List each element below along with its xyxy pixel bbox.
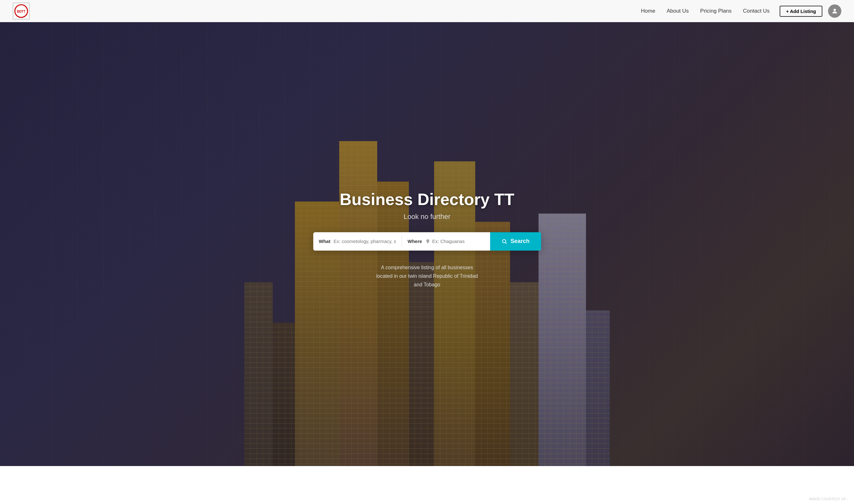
what-label: What: [319, 238, 331, 244]
where-input[interactable]: [432, 238, 485, 244]
nav-contact[interactable]: Contact Us: [743, 8, 769, 14]
where-label: Where: [407, 238, 422, 244]
hero-bottom-white: [0, 466, 854, 504]
logo[interactable]: BDTT: [13, 2, 30, 20]
hero-background: Business Directory TT Look no further Wh…: [0, 0, 854, 504]
nav-home[interactable]: Home: [641, 8, 655, 14]
svg-text:BDTT: BDTT: [17, 10, 25, 13]
svg-point-4: [503, 239, 506, 243]
location-icon: [425, 239, 430, 244]
nav-links: Home About Us Pricing Plans Contact Us: [641, 8, 770, 14]
what-field: What: [313, 232, 401, 251]
hero-title: Business Directory TT: [313, 190, 541, 209]
add-listing-button[interactable]: + Add Listing: [780, 6, 822, 17]
search-button-label: Search: [510, 238, 529, 245]
user-account-button[interactable]: [828, 4, 841, 18]
hero-subtitle: Look no further: [313, 213, 541, 221]
search-bar: What Where Search: [313, 232, 541, 251]
svg-point-2: [833, 9, 836, 11]
what-input[interactable]: [333, 238, 396, 244]
where-field: Where: [402, 232, 490, 251]
search-button[interactable]: Search: [490, 232, 541, 251]
image-courtesy: IMAGE COURTESY OF ›: [809, 497, 848, 501]
navbar: BDTT Home About Us Pricing Plans Contact…: [0, 0, 854, 22]
hero-section: Business Directory TT Look no further Wh…: [0, 0, 854, 504]
search-icon: [502, 238, 507, 244]
hero-description: A comprehensive listing of all businesse…: [313, 263, 541, 289]
nav-about[interactable]: About Us: [667, 8, 689, 14]
nav-pricing[interactable]: Pricing Plans: [700, 8, 731, 14]
hero-content: Business Directory TT Look no further Wh…: [307, 190, 547, 289]
svg-line-5: [506, 242, 507, 244]
